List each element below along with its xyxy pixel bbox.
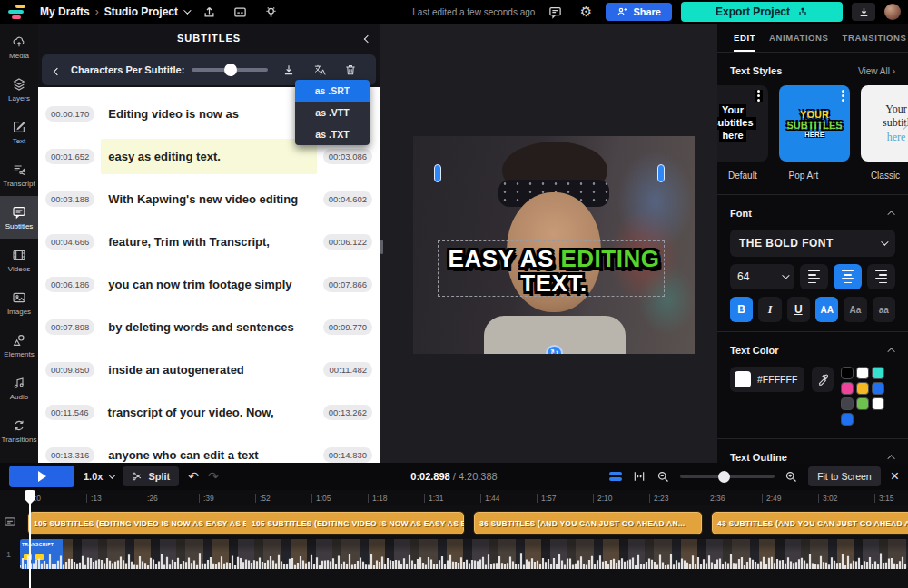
suggestions-lightbulb-icon[interactable]: [260, 3, 281, 21]
sidebar-item-text[interactable]: Text: [0, 111, 38, 153]
slider-knob[interactable]: [224, 64, 237, 76]
breadcrumb-my-drafts[interactable]: My Drafts: [40, 5, 90, 18]
subtitle-text[interactable]: inside an autogenerated: [101, 352, 317, 387]
captions-icon[interactable]: [229, 3, 251, 21]
tab-animations[interactable]: ANIMATIONS: [769, 24, 828, 52]
subtitle-end-time[interactable]: 00:14.830: [323, 447, 372, 463]
sidebar-item-subtitles[interactable]: Subtitles: [0, 196, 38, 239]
panel-resize-handle[interactable]: [380, 240, 383, 254]
playback-speed-select[interactable]: 1.0x: [84, 471, 114, 482]
kapwing-logo-icon[interactable]: [7, 5, 31, 19]
caption-resize-handle-left[interactable]: [434, 164, 441, 182]
redo-icon[interactable]: ↷: [208, 469, 219, 484]
color-swatch[interactable]: [872, 382, 884, 395]
subtitle-segment[interactable]: 105 SUBTITLES (EDITING VIDEO IS NOW AS E…: [27, 511, 465, 535]
undo-icon[interactable]: ↶: [188, 469, 199, 484]
font-size-select[interactable]: 64: [730, 264, 794, 289]
color-swatch[interactable]: [856, 382, 869, 395]
subtitle-text[interactable]: feature, Trim with Transcript,: [101, 224, 316, 260]
sidebar-item-videos[interactable]: Videos: [0, 239, 38, 281]
subtitle-start-time[interactable]: 00:04.666: [45, 234, 94, 250]
color-swatch[interactable]: [872, 397, 884, 410]
style-card-default[interactable]: Your subtitles here: [717, 85, 768, 162]
view-all-link[interactable]: View All ›: [858, 66, 895, 76]
eyedropper-button[interactable]: [812, 367, 834, 392]
user-avatar[interactable]: [884, 4, 901, 20]
subtitle-text[interactable]: you can now trim footage simply: [101, 267, 316, 302]
style-card-popart[interactable]: YOUR SUBTITLES HERE: [779, 85, 850, 162]
subtitle-row[interactable]: 00:07.898 by deleting words and sentence…: [38, 306, 380, 348]
zoom-in-icon[interactable]: [785, 470, 798, 484]
font-family-select[interactable]: THE BOLD FONT: [730, 230, 895, 257]
slider-knob[interactable]: [718, 471, 730, 483]
card-menu-icon[interactable]: [842, 90, 844, 102]
back-icon[interactable]: [51, 58, 64, 82]
sidebar-item-layers[interactable]: Layers: [0, 68, 38, 111]
subtitle-start-time[interactable]: 00:11.546: [45, 405, 94, 420]
subtitle-row[interactable]: 00:13.316 anyone who can edit a text 00:…: [38, 434, 380, 463]
color-swatch[interactable]: [872, 367, 884, 379]
subtitle-text[interactable]: anyone who can edit a text: [101, 437, 316, 463]
italic-button[interactable]: I: [758, 297, 781, 322]
color-swatch[interactable]: [841, 382, 854, 395]
fit-to-screen-button[interactable]: Fit to Screen: [808, 466, 881, 486]
video-track[interactable]: TRANSCRIPT: [20, 539, 908, 569]
video-caption[interactable]: EASY AS EDITING TEXT.: [413, 247, 695, 297]
subtitle-start-time[interactable]: 00:09.850: [45, 362, 94, 377]
align-center-button[interactable]: [834, 264, 862, 289]
color-swatch[interactable]: [841, 413, 854, 426]
subtitle-start-time[interactable]: 00:03.188: [45, 191, 94, 207]
timeline-zoom-slider[interactable]: [680, 475, 775, 478]
carousel-next-icon[interactable]: [901, 116, 906, 132]
export-project-button[interactable]: Export Project: [681, 2, 843, 22]
sidebar-item-images[interactable]: Images: [0, 281, 38, 324]
translate-icon[interactable]: [310, 61, 330, 79]
subtitle-row[interactable]: 00:11.546 transcript of your video. Now,…: [38, 391, 380, 434]
download-format-option[interactable]: as .SRT: [295, 80, 370, 102]
video-preview[interactable]: EASY AS EDITING TEXT. ↻: [413, 136, 695, 354]
close-timeline-icon[interactable]: ×: [891, 468, 899, 485]
download-format-option[interactable]: as .VTT: [295, 102, 370, 123]
upload-icon[interactable]: [198, 3, 220, 21]
split-button[interactable]: Split: [123, 466, 179, 486]
sidebar-item-transcript[interactable]: Transcript: [0, 153, 38, 196]
sidebar-item-transitions[interactable]: Transitions: [0, 409, 38, 452]
subtitle-segment[interactable]: 36 SUBTITLES (AND YOU CAN JUST GO AHEAD …: [473, 511, 703, 535]
subtitle-text[interactable]: With Kapwing's new video editing: [101, 181, 316, 217]
subtitle-text[interactable]: transcript of your video. Now,: [101, 395, 317, 430]
color-swatch[interactable]: [856, 367, 869, 379]
delete-subtitles-icon[interactable]: [340, 61, 360, 79]
collapse-section-icon[interactable]: [887, 455, 894, 462]
canvas-area[interactable]: EASY AS EDITING TEXT. ↻: [380, 24, 717, 463]
color-swatch[interactable]: [841, 367, 854, 379]
subtitle-start-time[interactable]: 00:06.186: [45, 277, 94, 292]
subtitle-end-time[interactable]: 00:06.122: [323, 234, 372, 250]
underline-button[interactable]: U: [787, 297, 810, 322]
bold-button[interactable]: B: [730, 297, 753, 322]
chevron-down-icon[interactable]: [183, 6, 191, 14]
subtitle-start-time[interactable]: 00:00.170: [45, 106, 94, 122]
sidebar-item-audio[interactable]: Audio: [0, 367, 38, 409]
lowercase-button[interactable]: aa: [873, 297, 895, 322]
subtitle-row[interactable]: 00:03.188 With Kapwing's new video editi…: [38, 178, 380, 220]
subtitle-text[interactable]: easy as editing text.: [101, 139, 316, 174]
subtitle-row[interactable]: 00:04.666 feature, Trim with Transcript,…: [38, 220, 380, 263]
share-button[interactable]: Share: [606, 3, 672, 21]
settings-gear-icon[interactable]: ⚙: [575, 3, 597, 21]
align-right-button[interactable]: [867, 264, 895, 289]
color-swatch[interactable]: [841, 397, 854, 410]
chars-per-subtitle-slider[interactable]: [192, 68, 268, 72]
subtitle-start-time[interactable]: 00:01.652: [45, 149, 94, 164]
card-menu-icon[interactable]: [755, 90, 763, 102]
tab-edit[interactable]: EDIT: [734, 24, 755, 52]
subtitle-end-time[interactable]: 00:03.086: [323, 149, 372, 164]
subtitle-text[interactable]: by deleting words and sentences: [101, 309, 316, 345]
sidebar-item-media[interactable]: Media: [0, 25, 38, 68]
download-button[interactable]: [852, 3, 875, 21]
subtitle-start-time[interactable]: 00:07.898: [45, 319, 94, 335]
collapse-panel-icon[interactable]: [365, 33, 370, 44]
subtitle-segment[interactable]: 43 SUBTITLES (AND YOU CAN JUST GO AHEAD …: [711, 511, 908, 535]
remove-gaps-icon[interactable]: [609, 472, 622, 481]
collapse-section-icon[interactable]: [887, 348, 894, 355]
titlecase-button[interactable]: Aa: [844, 297, 866, 322]
